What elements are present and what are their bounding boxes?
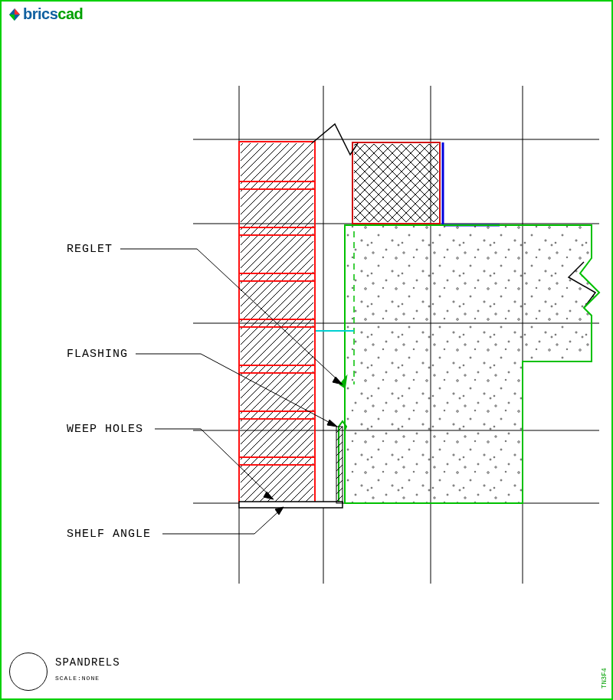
svg-rect-44 [336,427,343,503]
detail-bubble [9,653,48,691]
svg-rect-20 [241,143,313,502]
title-block: SPANDRELS SCALE:NONE [9,653,120,691]
svg-marker-42 [340,377,346,388]
label-reglet: REGLET [67,243,113,256]
drawing-title: SPANDRELS [55,656,120,669]
concrete-slab [316,225,599,503]
label-shelf-angle: SHELF ANGLE [67,528,151,541]
label-weep-holes: WEEP HOLES [67,423,143,436]
label-flashing: FLASHING [67,348,128,361]
svg-marker-47 [333,377,343,384]
drawing-code: TN3F4 [601,668,608,689]
cmu-backup [352,142,500,225]
brick-veneer [239,142,315,503]
svg-marker-50 [327,420,337,427]
svg-rect-36 [354,144,438,222]
drawing-scale: SCALE:NONE [55,675,120,682]
svg-rect-43 [239,502,343,508]
